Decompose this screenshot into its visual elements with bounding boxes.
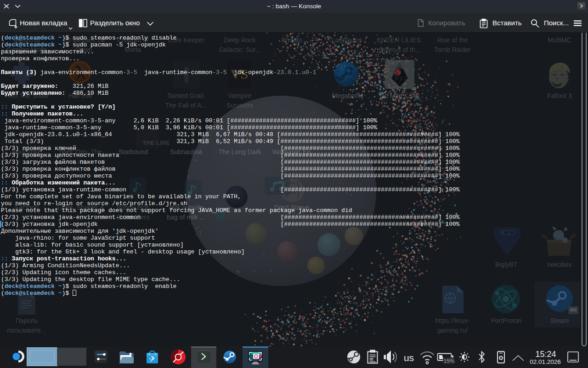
svg-text:15:24: 15:24 bbox=[535, 350, 556, 359]
svg-text:02.01.2026: 02.01.2026 bbox=[530, 358, 561, 365]
svg-text:us: us bbox=[404, 352, 414, 363]
svg-text:15%: 15% bbox=[443, 358, 454, 364]
